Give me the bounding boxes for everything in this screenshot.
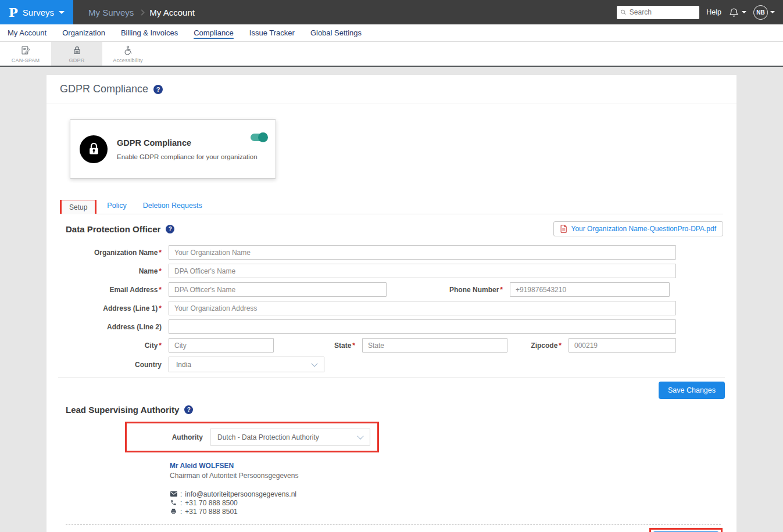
- email-field[interactable]: [169, 282, 387, 297]
- authority-contact-card: Mr Aleid WOLFSEN Chairman of Autoriteit …: [170, 462, 736, 516]
- help-link[interactable]: Help: [706, 8, 721, 16]
- authority-fax-line: : +31 70 888 8501: [170, 507, 736, 516]
- page-title: GDPR Compliance: [60, 83, 148, 95]
- dpo-save-row: Save Changes: [58, 377, 725, 399]
- compose-icon: [20, 45, 31, 56]
- lock-icon: [72, 45, 82, 56]
- zipcode-field[interactable]: [569, 338, 676, 353]
- city-field[interactable]: [169, 338, 274, 353]
- card-title: GDPR Compliance: [117, 138, 258, 148]
- authority-select[interactable]: Dutch - Data Protection Authority: [210, 429, 370, 445]
- authority-phone-line: : +31 70 888 8500: [170, 498, 736, 507]
- country-selected-value: India: [176, 361, 191, 369]
- gdpr-enabled-toggle[interactable]: [251, 134, 266, 141]
- chevron-down-icon: [311, 360, 317, 366]
- authority-selected-value: Dutch - Data Protection Authority: [217, 433, 319, 441]
- organization-name-label: Organization Name*: [47, 249, 169, 257]
- city-label: City*: [47, 342, 169, 350]
- annotation-box: Setup: [60, 200, 96, 214]
- country-label: Country: [47, 361, 169, 369]
- dpa-pdf-button[interactable]: Your Organization Name-QuestionPro-DPA.p…: [553, 221, 723, 236]
- tab-setup[interactable]: Setup: [62, 200, 95, 214]
- subtab-can-spam[interactable]: CAN-SPAM: [0, 42, 51, 66]
- authority-contact-title: Chairman of Autoriteit Persoonsgegevens: [170, 472, 736, 480]
- phone-icon: [170, 499, 177, 506]
- organization-name-field[interactable]: [169, 245, 676, 260]
- help-icon[interactable]: ?: [166, 225, 174, 233]
- tab-policy[interactable]: Policy: [101, 199, 132, 214]
- breadcrumb-my-account: My Account: [149, 8, 195, 17]
- subtab-accessibility[interactable]: Accessibility: [102, 42, 153, 66]
- notifications-menu[interactable]: [728, 6, 746, 19]
- card-description: Enable GDPR compliance for your organiza…: [117, 153, 258, 160]
- nav-billing-invoices[interactable]: Billing & Invoices: [121, 28, 178, 37]
- help-icon[interactable]: ?: [153, 85, 163, 94]
- breadcrumb-separator-icon: [139, 10, 145, 16]
- account-menu[interactable]: NB: [753, 5, 775, 20]
- address1-field[interactable]: [169, 301, 676, 315]
- nav-organization[interactable]: Organization: [62, 28, 105, 37]
- address2-field[interactable]: [169, 319, 676, 334]
- authority-phone: +31 70 888 8500: [185, 499, 237, 507]
- gdpr-toggle-card: GDPR Compliance Enable GDPR compliance f…: [70, 119, 276, 179]
- account-nav: My Account Organization Billing & Invoic…: [0, 24, 783, 42]
- tab-deletion-requests[interactable]: Deletion Requests: [137, 199, 208, 214]
- save-changes-button-top[interactable]: Save Changes: [659, 382, 725, 399]
- phone-field[interactable]: [510, 282, 670, 297]
- authority-fax: +31 70 888 8501: [185, 508, 237, 516]
- annotation-box: Authority Dutch - Data Protection Author…: [125, 422, 379, 452]
- lsa-heading: Lead Supervising Authority: [66, 405, 179, 415]
- lock-badge: [80, 135, 108, 163]
- breadcrumb: My Surveys My Account: [88, 8, 195, 17]
- search-input[interactable]: [630, 8, 696, 16]
- chevron-down-icon: [742, 11, 746, 13]
- top-bar: P Surveys My Surveys My Account Help NB: [0, 0, 783, 24]
- subtab-label: GDPR: [69, 57, 85, 63]
- phone-label: Phone Number*: [387, 286, 510, 294]
- panel-header: GDPR Compliance ?: [47, 75, 736, 103]
- authority-label: Authority: [127, 433, 210, 441]
- nav-compliance[interactable]: Compliance: [194, 28, 234, 37]
- dpo-heading: Data Protection Officer: [66, 224, 160, 234]
- subtab-label: CAN-SPAM: [12, 57, 40, 63]
- nav-my-account[interactable]: My Account: [8, 28, 47, 37]
- lock-icon: [86, 141, 102, 157]
- pdf-button-label: Your Organization Name-QuestionPro-DPA.p…: [571, 225, 716, 233]
- divider: [66, 524, 721, 525]
- dpo-form: Organization Name* Name* Email Address* …: [47, 245, 736, 372]
- authority-email: info@autoriteitpersoonsgegevens.nl: [185, 490, 296, 498]
- envelope-icon: [170, 491, 177, 497]
- country-select[interactable]: India: [169, 357, 324, 372]
- toggle-knob: [258, 132, 268, 142]
- zipcode-label: Zipcode*: [507, 342, 569, 350]
- bell-icon: [728, 6, 739, 19]
- product-switcher[interactable]: P Surveys: [0, 0, 73, 24]
- email-label: Email Address*: [47, 286, 169, 294]
- lsa-save-row: Save Changes: [47, 528, 723, 532]
- compliance-subtabs: CAN-SPAM GDPR Accessibility: [0, 42, 783, 67]
- gdpr-compliance-panel: GDPR Compliance ? GDPR Compliance Enable…: [47, 75, 736, 532]
- dpo-header: Data Protection Officer ? Your Organizat…: [66, 221, 723, 236]
- annotation-box: Save Changes: [649, 528, 723, 532]
- subtab-gdpr[interactable]: GDPR: [51, 42, 102, 66]
- chevron-down-icon: [770, 11, 775, 13]
- avatar: NB: [753, 5, 768, 20]
- product-name: Surveys: [23, 8, 54, 17]
- name-field[interactable]: [169, 264, 676, 278]
- address1-label: Address (Line 1)*: [47, 304, 169, 312]
- chevron-down-icon: [59, 11, 65, 14]
- nav-global-settings[interactable]: Global Settings: [310, 28, 362, 37]
- search-box[interactable]: [617, 6, 699, 19]
- nav-issue-tracker[interactable]: Issue Tracker: [249, 28, 295, 37]
- name-label: Name*: [47, 267, 169, 275]
- state-field[interactable]: [362, 338, 507, 353]
- wheelchair-icon: [123, 45, 133, 56]
- help-icon[interactable]: ?: [184, 405, 193, 414]
- authority-email-line: : info@autoriteitpersoonsgegevens.nl: [170, 490, 736, 498]
- authority-contact-name: Mr Aleid WOLFSEN: [170, 462, 736, 470]
- breadcrumb-my-surveys[interactable]: My Surveys: [88, 8, 134, 17]
- chevron-down-icon: [357, 433, 363, 439]
- pdf-icon: [560, 225, 567, 233]
- fax-icon: [170, 508, 177, 515]
- questionpro-logo-icon: P: [9, 5, 18, 20]
